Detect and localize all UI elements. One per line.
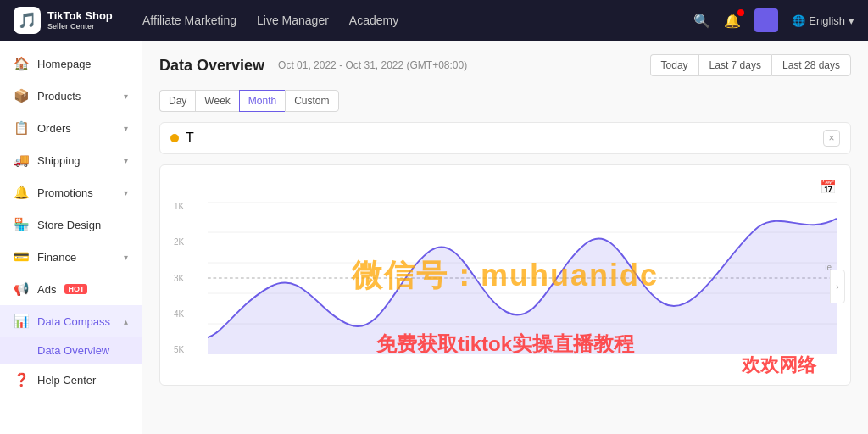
hot-badge: HOT bbox=[64, 284, 87, 294]
notification-icon[interactable]: 🔔 bbox=[724, 13, 741, 29]
y-label: 1K bbox=[174, 202, 204, 211]
sidebar-label: Orders bbox=[37, 122, 71, 135]
gran-week[interactable]: Week bbox=[195, 90, 238, 112]
sidebar-label: Finance bbox=[37, 251, 76, 264]
top-navigation: 🎵 TikTok Shop Seller Center Affiliate Ma… bbox=[0, 0, 868, 41]
granularity-filters: Day Week Month Custom bbox=[159, 90, 339, 112]
gran-custom[interactable]: Custom bbox=[285, 90, 338, 112]
store-icon: 🏪 bbox=[14, 217, 29, 232]
logo-icon: 🎵 bbox=[14, 7, 41, 34]
sidebar-label: Store Design bbox=[37, 219, 101, 231]
gran-month[interactable]: Month bbox=[239, 90, 285, 112]
sidebar-label: Promotions bbox=[37, 186, 93, 199]
nav-live-manager[interactable]: Live Manager bbox=[257, 10, 329, 31]
chart-svg bbox=[208, 202, 837, 354]
filter-last28[interactable]: Last 28 days bbox=[771, 54, 851, 76]
data-compass-icon: 📊 bbox=[14, 314, 29, 329]
sidebar-item-finance[interactable]: 💳 Finance ▾ bbox=[0, 241, 142, 273]
logo[interactable]: 🎵 TikTok Shop Seller Center bbox=[14, 7, 115, 34]
chart-area: 5K 4K 3K 2K 1K bbox=[174, 202, 837, 371]
notification-badge bbox=[737, 9, 744, 16]
help-icon: ❓ bbox=[14, 372, 29, 387]
sidebar-item-ads[interactable]: 📢 Ads HOT bbox=[0, 273, 142, 305]
sidebar-label: Shipping bbox=[37, 154, 81, 167]
finance-icon: 💳 bbox=[14, 249, 29, 264]
search-icon[interactable]: 🔍 bbox=[693, 13, 710, 29]
sidebar-item-promotions[interactable]: 🔔 Promotions ▾ bbox=[0, 176, 142, 209]
main-content: Data Overview Oct 01, 2022 - Oct 31, 202… bbox=[142, 41, 868, 434]
calendar-icon[interactable]: 📅 bbox=[820, 179, 837, 195]
chevron-down-icon: ▾ bbox=[124, 253, 128, 262]
chart-container: 📅 5K 4K 3K 2K 1K bbox=[159, 164, 851, 386]
y-axis-labels: 5K 4K 3K 2K 1K bbox=[174, 202, 204, 354]
products-icon: 📦 bbox=[14, 88, 29, 103]
filter-last7[interactable]: Last 7 days bbox=[698, 54, 771, 76]
chevron-down-icon: ▾ bbox=[124, 124, 128, 133]
reference-label: ie bbox=[825, 263, 832, 272]
y-label: 4K bbox=[174, 309, 204, 319]
chart-svg-wrapper bbox=[208, 202, 837, 354]
time-filters: Today Last 7 days Last 28 days bbox=[650, 54, 851, 76]
sidebar-label: Help Center bbox=[37, 374, 96, 387]
sidebar-label: Products bbox=[37, 90, 81, 103]
nav-academy[interactable]: Academy bbox=[349, 10, 398, 31]
sidebar-label: Ads bbox=[37, 283, 56, 296]
y-label: 3K bbox=[174, 274, 204, 283]
chevron-down-icon: ▾ bbox=[124, 92, 128, 101]
sidebar-subitem-data-overview[interactable]: Data Overview bbox=[0, 337, 142, 364]
metric-dot bbox=[170, 134, 179, 142]
gran-day[interactable]: Day bbox=[159, 90, 195, 112]
sidebar-label: Data Compass bbox=[37, 315, 110, 328]
main-layout: 🏠 Homepage 📦 Products ▾ 📋 Orders ▾ 🚚 Shi… bbox=[0, 41, 868, 434]
shipping-icon: 🚚 bbox=[14, 153, 29, 168]
sidebar-item-data-compass[interactable]: 📊 Data Compass ▴ bbox=[0, 305, 142, 337]
sidebar-item-help-center[interactable]: ❓ Help Center bbox=[0, 364, 142, 396]
expand-handle[interactable]: › bbox=[830, 270, 845, 303]
date-range: Oct 01, 2022 - Oct 31, 2022 (GMT+08:00) bbox=[278, 59, 467, 71]
orders-icon: 📋 bbox=[14, 120, 29, 136]
sidebar-item-store-design[interactable]: 🏪 Store Design bbox=[0, 209, 142, 241]
y-label: 5K bbox=[174, 345, 204, 354]
sidebar: 🏠 Homepage 📦 Products ▾ 📋 Orders ▾ 🚚 Shi… bbox=[0, 41, 142, 434]
page-title-row: Data Overview Oct 01, 2022 - Oct 31, 202… bbox=[159, 54, 851, 112]
y-label: 2K bbox=[174, 237, 204, 247]
chevron-up-icon: ▴ bbox=[124, 317, 128, 326]
sidebar-item-orders[interactable]: 📋 Orders ▾ bbox=[0, 112, 142, 144]
avatar[interactable] bbox=[754, 8, 778, 32]
promotions-icon: 🔔 bbox=[14, 185, 29, 200]
language-selector[interactable]: 🌐 English ▾ bbox=[792, 14, 854, 27]
nav-right-area: 🔍 🔔 🌐 English ▾ bbox=[693, 8, 854, 32]
metric-close-button[interactable]: × bbox=[823, 130, 840, 147]
page-title: Data Overview bbox=[159, 57, 264, 75]
metric-selector-row: T × bbox=[159, 122, 851, 154]
chart-header: 📅 bbox=[174, 179, 837, 195]
logo-text: TikTok Shop Seller Center bbox=[47, 9, 113, 31]
chart-area-fill bbox=[208, 219, 837, 354]
chevron-down-icon: ▾ bbox=[124, 188, 128, 198]
ads-icon: 📢 bbox=[14, 281, 29, 297]
nav-links: Affiliate Marketing Live Manager Academy bbox=[142, 10, 666, 31]
metric-label: T bbox=[186, 131, 194, 146]
sidebar-label: Homepage bbox=[37, 58, 92, 70]
nav-affiliate-marketing[interactable]: Affiliate Marketing bbox=[142, 10, 236, 31]
chevron-down-icon: ▾ bbox=[124, 156, 128, 165]
filter-today[interactable]: Today bbox=[650, 54, 698, 76]
sidebar-item-homepage[interactable]: 🏠 Homepage bbox=[0, 47, 142, 80]
sidebar-item-products[interactable]: 📦 Products ▾ bbox=[0, 80, 142, 112]
home-icon: 🏠 bbox=[14, 56, 29, 71]
sidebar-item-shipping[interactable]: 🚚 Shipping ▾ bbox=[0, 144, 142, 176]
